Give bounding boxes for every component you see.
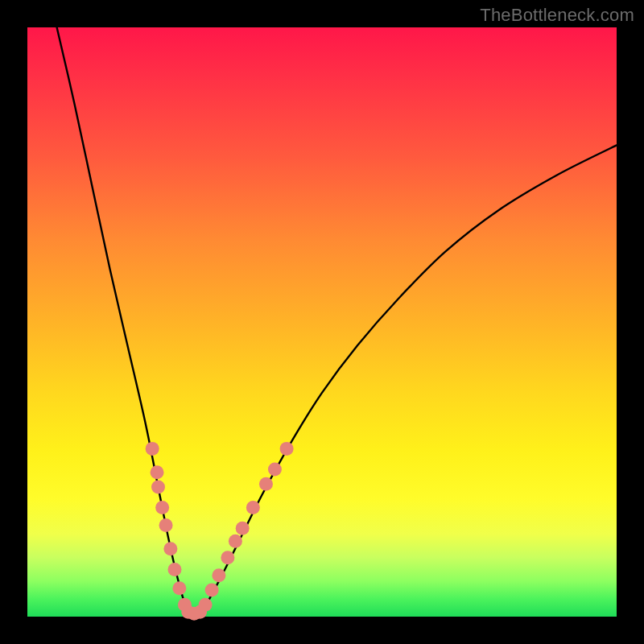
highlight-point xyxy=(229,535,242,548)
plot-area xyxy=(27,27,617,617)
highlight-point xyxy=(199,598,213,612)
bottleneck-curve xyxy=(27,27,617,617)
highlight-point xyxy=(268,463,282,477)
highlight-point xyxy=(151,480,165,493)
watermark-text: TheBottleneck.com xyxy=(480,5,634,26)
highlight-point xyxy=(221,551,234,564)
highlight-point xyxy=(159,518,173,532)
chart-frame: TheBottleneck.com xyxy=(0,0,644,644)
highlight-point xyxy=(280,442,294,456)
highlight-point xyxy=(172,581,186,595)
highlight-points xyxy=(146,442,294,621)
highlight-point xyxy=(146,442,159,456)
highlight-point xyxy=(151,465,164,479)
highlight-point xyxy=(236,522,250,535)
curve-path xyxy=(57,27,617,615)
highlight-point xyxy=(259,477,273,491)
highlight-point xyxy=(212,568,225,582)
highlight-point xyxy=(246,501,260,514)
highlight-point xyxy=(155,501,169,514)
highlight-point xyxy=(168,563,182,576)
highlight-point xyxy=(205,584,219,597)
highlight-point xyxy=(163,542,177,555)
